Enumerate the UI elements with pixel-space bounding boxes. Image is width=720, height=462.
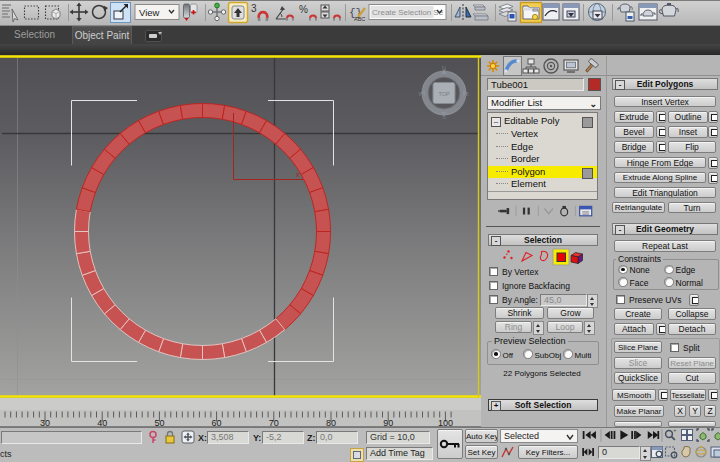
svg-text:50: 50 xyxy=(154,418,164,428)
svg-text:100: 100 xyxy=(438,418,453,428)
svg-text:TOP: TOP xyxy=(438,91,450,97)
svg-text:W: W xyxy=(418,91,424,97)
svg-text:70: 70 xyxy=(269,418,279,428)
svg-text:View: View xyxy=(139,7,160,18)
svg-text:+: + xyxy=(673,427,677,433)
svg-text:3: 3 xyxy=(251,3,257,14)
svg-text:40: 40 xyxy=(97,418,107,428)
svg-text:N: N xyxy=(442,65,446,71)
svg-text:30: 30 xyxy=(40,418,50,428)
svg-text:Create Selection Se: Create Selection Se xyxy=(372,8,444,17)
svg-text:ABC: ABC xyxy=(354,16,365,22)
svg-text:E: E xyxy=(465,91,469,97)
svg-text:x: x xyxy=(296,171,300,178)
svg-text:90: 90 xyxy=(383,418,393,428)
svg-text:%: % xyxy=(299,4,308,15)
svg-text:80: 80 xyxy=(326,418,336,428)
svg-text:60: 60 xyxy=(212,418,222,428)
svg-text:S: S xyxy=(442,114,446,120)
